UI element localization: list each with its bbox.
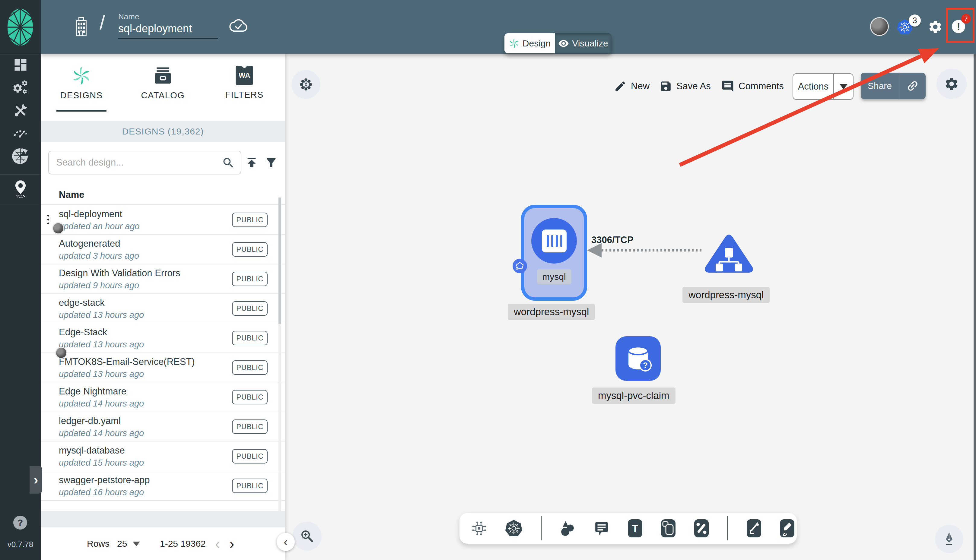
settings-gear-icon[interactable] bbox=[928, 19, 943, 36]
annotation-highlight-box bbox=[946, 8, 974, 43]
notes-tool[interactable] bbox=[594, 521, 609, 536]
sidebar-item-dashboard[interactable] bbox=[0, 57, 41, 73]
save-as-button[interactable]: Save As bbox=[659, 72, 711, 100]
sidebar-item-kanvas[interactable] bbox=[0, 180, 41, 198]
annotate-arrow-tool[interactable] bbox=[747, 519, 761, 537]
node-wordpress-mysql-service[interactable] bbox=[702, 233, 756, 276]
dock-divider bbox=[727, 516, 728, 540]
designs-spiral-icon bbox=[72, 66, 92, 86]
comment-icon bbox=[721, 80, 734, 93]
tab-catalog[interactable]: CATALOG bbox=[122, 54, 204, 121]
sidebar-divider bbox=[0, 55, 41, 55]
pod-kind-badge[interactable] bbox=[512, 259, 527, 273]
actions-button[interactable]: Actions bbox=[792, 73, 854, 100]
cloud-saved-icon bbox=[228, 16, 248, 34]
page-scrollbar[interactable] bbox=[974, 54, 976, 560]
gears-icon bbox=[12, 80, 30, 97]
edge-3306-tcp[interactable] bbox=[602, 249, 704, 252]
rows-per-page-select[interactable]: 25 bbox=[117, 538, 127, 549]
design-updated: updated 13 hours ago bbox=[59, 369, 144, 379]
sidebar-item-extensions[interactable] bbox=[0, 147, 41, 164]
sidebar-item-lifecycle[interactable] bbox=[0, 80, 41, 97]
shapes-tool[interactable] bbox=[560, 520, 576, 536]
filter-designs-button[interactable] bbox=[265, 156, 278, 171]
design-row[interactable]: Autogenerated updated 3 hours ago PUBLIC bbox=[41, 235, 285, 264]
context-count-badge[interactable]: 3 bbox=[909, 15, 921, 27]
shape-overlay-tool[interactable] bbox=[661, 519, 676, 537]
owner-avatar bbox=[52, 222, 64, 234]
organization-icon[interactable] bbox=[74, 16, 88, 38]
sidebar-expand-button[interactable]: › bbox=[30, 466, 42, 494]
circuit-icon bbox=[472, 521, 487, 536]
node-label-wordpress-mysql-pod: wordpress-mysql bbox=[508, 304, 595, 320]
canvas-dock: T bbox=[459, 513, 797, 544]
speech-note-icon bbox=[594, 521, 609, 536]
mesh-overview-button[interactable] bbox=[292, 70, 320, 99]
canvas-settings-button[interactable] bbox=[936, 69, 967, 99]
tab-designs[interactable]: DESIGNS bbox=[41, 54, 122, 121]
design-name: mysql-database bbox=[59, 445, 125, 456]
design-updated: updated 9 hours ago bbox=[59, 280, 139, 290]
pencil-squiggle-icon bbox=[781, 521, 794, 536]
node-mysql-pvc-claim[interactable]: ? bbox=[616, 336, 661, 381]
visibility-badge: PUBLIC bbox=[232, 478, 268, 493]
prev-page-button[interactable]: ‹ bbox=[215, 535, 220, 552]
tab-design[interactable]: Design bbox=[504, 33, 555, 53]
column-header-name: Name bbox=[59, 189, 84, 200]
design-pen-button[interactable] bbox=[935, 525, 963, 553]
visibility-badge: PUBLIC bbox=[232, 301, 268, 316]
zoom-in-icon bbox=[300, 529, 314, 543]
new-design-button[interactable]: New bbox=[614, 72, 649, 100]
pagination-bar: Rows 25 1-25 19362 ‹ › bbox=[41, 527, 285, 560]
design-row[interactable]: Design With Validation Errors updated 9 … bbox=[41, 264, 285, 294]
tab-visualize[interactable]: Visualize bbox=[555, 33, 612, 53]
kubernetes-components-tool[interactable] bbox=[506, 520, 522, 537]
freehand-draw-tool[interactable] bbox=[780, 519, 794, 537]
import-design-button[interactable] bbox=[245, 156, 259, 171]
rows-per-page-caret-icon[interactable] bbox=[133, 542, 140, 546]
design-row[interactable]: Edge Nightmare updated 14 hours ago PUBL… bbox=[41, 382, 285, 412]
share-button[interactable]: Share bbox=[861, 73, 926, 99]
design-row[interactable]: mysql-database updated 15 hours ago PUBL… bbox=[41, 442, 285, 471]
row-menu-icon[interactable] bbox=[47, 215, 49, 224]
design-row[interactable]: swagger-petstore-app updated 16 hours ag… bbox=[41, 471, 285, 501]
help-button[interactable]: ? bbox=[13, 516, 27, 530]
tab-catalog-label: CATALOG bbox=[141, 90, 185, 100]
save-icon bbox=[659, 80, 672, 93]
design-canvas[interactable] bbox=[285, 54, 976, 560]
design-name-input[interactable] bbox=[118, 22, 218, 39]
list-scrollbar[interactable] bbox=[279, 198, 281, 511]
sidebar-item-performance[interactable] bbox=[0, 124, 41, 140]
share-label: Share bbox=[861, 81, 899, 91]
comments-button[interactable]: Comments bbox=[721, 72, 784, 100]
actions-dropdown-button[interactable] bbox=[834, 84, 853, 89]
connect-tool[interactable] bbox=[694, 519, 709, 537]
dock-divider bbox=[541, 516, 542, 540]
meshery-logo[interactable] bbox=[7, 7, 34, 48]
new-label: New bbox=[631, 81, 649, 92]
user-avatar[interactable] bbox=[870, 17, 889, 36]
tab-filters[interactable]: WA FILTERS bbox=[204, 54, 285, 121]
left-nav-sidebar: › ? v0.7.78 bbox=[0, 0, 41, 560]
gear-icon bbox=[944, 76, 959, 92]
components-tool[interactable] bbox=[472, 521, 487, 536]
design-row[interactable]: FMTOK8S-Email-Service(REST) updated 13 h… bbox=[41, 353, 285, 382]
design-row[interactable]: edge-stack updated 13 hours ago PUBLIC bbox=[41, 294, 285, 323]
design-updated: updated an hour ago bbox=[59, 222, 140, 231]
search-input[interactable] bbox=[48, 151, 241, 174]
design-name: Edge-Stack bbox=[59, 327, 107, 338]
zoom-button[interactable] bbox=[293, 522, 322, 551]
upload-icon bbox=[245, 156, 259, 170]
text-tool[interactable]: T bbox=[628, 519, 642, 537]
next-page-button[interactable]: › bbox=[230, 535, 234, 552]
kubernetes-wheel-icon bbox=[506, 520, 522, 537]
panel-collapse-button[interactable]: ‹ bbox=[277, 533, 295, 551]
tab-designs-label: DESIGNS bbox=[60, 90, 103, 100]
design-row[interactable]: ledger-db.yaml updated 14 hours ago PUBL… bbox=[41, 412, 285, 442]
design-row[interactable]: Edge-Stack updated 13 hours ago PUBLIC bbox=[41, 323, 285, 353]
expand-chevron-icon: › bbox=[34, 472, 38, 487]
node-wordpress-mysql-pod[interactable]: mysql bbox=[521, 205, 587, 301]
sidebar-item-configuration[interactable] bbox=[0, 103, 41, 118]
copy-link-button[interactable] bbox=[899, 79, 926, 93]
design-row[interactable]: sql-deployment updated an hour ago PUBLI… bbox=[41, 205, 285, 235]
